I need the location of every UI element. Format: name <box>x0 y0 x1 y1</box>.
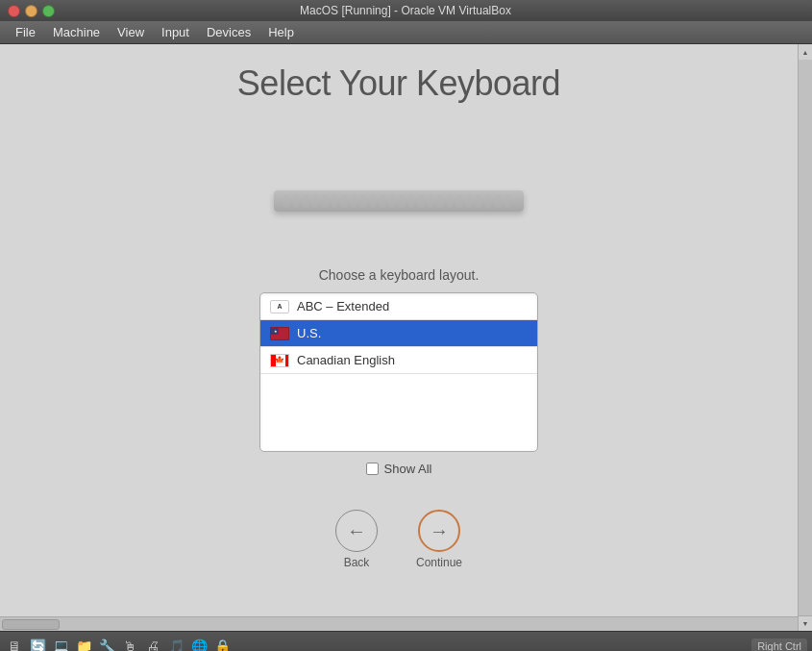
maximize-button[interactable] <box>42 5 55 17</box>
taskbar-icon-screen[interactable]: 💻 <box>51 637 70 652</box>
menu-bar: File Machine View Input Devices Help <box>0 21 812 44</box>
keyboard-image <box>274 190 524 219</box>
vm-wrapper: Select Your Keyboard Choose a keyboard l… <box>0 44 812 631</box>
abc-icon: A <box>270 300 289 313</box>
vm-area: Select Your Keyboard Choose a keyboard l… <box>0 44 798 631</box>
flag-us-icon <box>270 327 289 340</box>
taskbar-icon-lock[interactable]: 🔒 <box>212 637 232 652</box>
continue-label: Continue <box>416 556 462 569</box>
continue-circle: → <box>418 510 460 552</box>
window-controls[interactable] <box>8 5 55 17</box>
taskbar: 🖥 🔄 💻 📁 🔧 🖱 🖨 🎵 🌐 🔒 Right Ctrl <box>0 631 812 651</box>
keyboard-layout-list[interactable]: A ABC – Extended U.S. Canadian English <box>259 292 538 452</box>
menu-machine[interactable]: Machine <box>45 23 108 41</box>
nav-buttons: ← Back → Continue <box>335 510 462 569</box>
menu-view[interactable]: View <box>110 23 152 41</box>
horizontal-scrollbar[interactable] <box>0 616 798 631</box>
show-all-checkbox[interactable] <box>366 463 379 475</box>
prompt-text: Choose a keyboard layout. <box>319 267 480 283</box>
layout-item-abc-extended[interactable]: A ABC – Extended <box>260 293 537 320</box>
taskbar-icon-refresh[interactable]: 🔄 <box>28 637 47 652</box>
scroll-track <box>799 60 812 615</box>
taskbar-icon-mouse[interactable]: 🖱 <box>120 637 139 652</box>
menu-input[interactable]: Input <box>154 23 197 41</box>
window-title: MacOS [Running] - Oracle VM VirtualBox <box>55 4 756 17</box>
right-ctrl-label: Right Ctrl <box>751 638 807 652</box>
menu-file[interactable]: File <box>8 23 43 41</box>
scroll-up-arrow[interactable]: ▲ <box>799 44 813 60</box>
menu-help[interactable]: Help <box>260 23 302 41</box>
taskbar-icon-settings[interactable]: 🔧 <box>97 637 116 652</box>
keyboard-shape <box>274 190 524 212</box>
layout-label-canadian: Canadian English <box>297 353 395 367</box>
vertical-scrollbar[interactable]: ▲ ▼ <box>798 44 812 631</box>
list-empty-space <box>260 374 537 451</box>
scroll-down-arrow[interactable]: ▼ <box>799 615 813 631</box>
title-bar: MacOS [Running] - Oracle VM VirtualBox <box>0 0 812 21</box>
content-area: Select Your Keyboard Choose a keyboard l… <box>0 44 798 616</box>
layout-item-us[interactable]: U.S. <box>260 320 537 347</box>
taskbar-icon-audio[interactable]: 🎵 <box>166 637 185 652</box>
layout-label-abc: ABC – Extended <box>297 299 389 313</box>
back-button[interactable]: ← Back <box>335 510 378 569</box>
taskbar-icon-save[interactable]: 📁 <box>74 637 93 652</box>
back-circle: ← <box>335 510 378 552</box>
close-button[interactable] <box>8 5 20 17</box>
taskbar-icon-monitor[interactable]: 🖥 <box>5 637 24 652</box>
show-all-label: Show All <box>384 462 432 476</box>
minimize-button[interactable] <box>25 5 37 17</box>
layout-item-canadian[interactable]: Canadian English <box>260 347 537 374</box>
menu-devices[interactable]: Devices <box>199 23 258 41</box>
taskbar-icon-printer[interactable]: 🖨 <box>143 637 162 652</box>
flag-ca-icon <box>270 354 289 367</box>
show-all-row: Show All <box>366 462 432 476</box>
continue-button[interactable]: → Continue <box>416 510 462 569</box>
h-scroll-thumb[interactable] <box>2 619 60 630</box>
page-title: Select Your Keyboard <box>237 63 560 104</box>
taskbar-icon-network[interactable]: 🌐 <box>189 637 209 652</box>
back-label: Back <box>344 556 370 569</box>
layout-label-us: U.S. <box>297 326 321 340</box>
